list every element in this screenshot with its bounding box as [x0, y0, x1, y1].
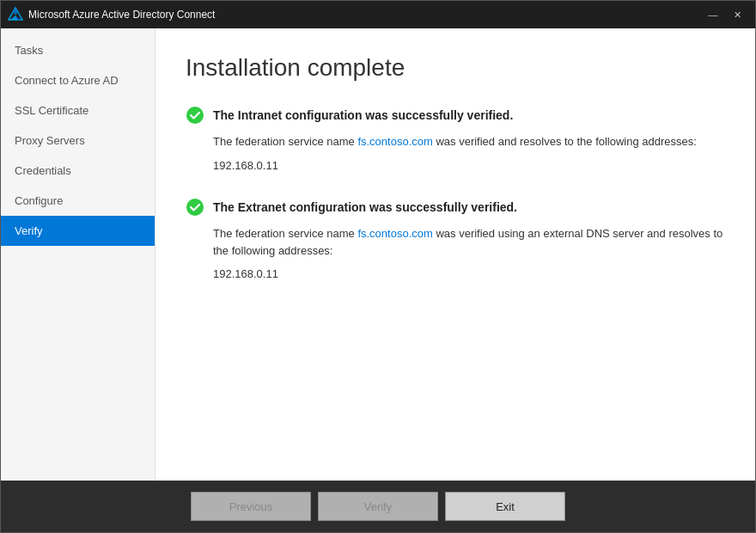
extranet-verification: The Extranet configuration was successfu… — [186, 198, 725, 283]
page-title: Installation complete — [186, 54, 725, 82]
intranet-header: The Intranet configuration was successfu… — [186, 106, 725, 125]
extranet-check-icon — [186, 198, 204, 217]
svg-point-4 — [186, 107, 204, 124]
close-button[interactable]: ✕ — [726, 6, 748, 23]
intranet-verification: The Intranet configuration was successfu… — [186, 106, 725, 174]
window-controls: — ✕ — [702, 6, 748, 23]
window-title: Microsoft Azure Active Directory Connect — [28, 9, 702, 21]
extranet-title: The Extranet configuration was successfu… — [213, 200, 517, 214]
title-bar: Microsoft Azure Active Directory Connect… — [1, 1, 755, 28]
content-panel: Installation complete The Intranet confi… — [155, 28, 755, 481]
extranet-link[interactable]: fs.contoso.com — [357, 227, 432, 240]
svg-marker-1 — [13, 8, 18, 15]
previous-button[interactable]: Previous — [191, 492, 311, 521]
intranet-body-suffix: was verified and resolves to the followi… — [433, 135, 697, 148]
sidebar-item-credentials[interactable]: Credentials — [1, 156, 155, 186]
sidebar-item-tasks[interactable]: Tasks — [1, 35, 155, 65]
intranet-body-prefix: The federation service name — [213, 135, 357, 148]
exit-button[interactable]: Exit — [445, 492, 565, 521]
main-content: Tasks Connect to Azure AD SSL Certificat… — [1, 28, 755, 481]
intranet-check-icon — [186, 106, 204, 125]
intranet-link[interactable]: fs.contoso.com — [357, 135, 432, 148]
app-window: Microsoft Azure Active Directory Connect… — [0, 0, 756, 533]
sidebar-item-configure[interactable]: Configure — [1, 186, 155, 216]
sidebar-item-proxy-servers[interactable]: Proxy Servers — [1, 126, 155, 156]
extranet-body-prefix: The federation service name — [213, 227, 357, 240]
extranet-ip: 192.168.0.11 — [213, 266, 725, 283]
sidebar-item-verify[interactable]: Verify — [1, 216, 155, 246]
svg-point-5 — [186, 199, 204, 216]
verify-button[interactable]: Verify — [318, 492, 438, 521]
intranet-body: The federation service name fs.contoso.c… — [186, 133, 725, 174]
sidebar-item-ssl-certificate[interactable]: SSL Certificate — [1, 95, 155, 126]
sidebar-item-connect-azure-ad[interactable]: Connect to Azure AD — [1, 65, 155, 95]
minimize-button[interactable]: — — [702, 6, 724, 23]
intranet-ip: 192.168.0.11 — [213, 157, 725, 175]
sidebar: Tasks Connect to Azure AD SSL Certificat… — [1, 28, 155, 481]
intranet-title: The Intranet configuration was successfu… — [213, 108, 513, 122]
extranet-header: The Extranet configuration was successfu… — [186, 198, 725, 217]
azure-icon — [8, 7, 23, 22]
extranet-body: The federation service name fs.contoso.c… — [186, 225, 725, 283]
footer: Previous Verify Exit — [1, 481, 755, 532]
